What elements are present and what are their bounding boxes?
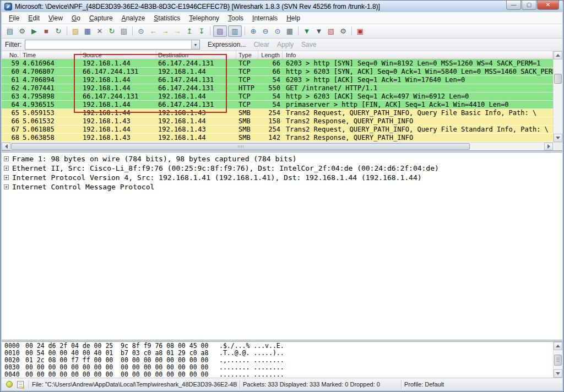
menu-file[interactable]: File — [4, 13, 24, 23]
detail-row[interactable]: + Internet Control Message Protocol — [4, 182, 560, 192]
filter-dropdown-button[interactable]: ▼ — [191, 40, 199, 49]
reload-icon[interactable]: ↻ — [106, 25, 118, 37]
menu-analyze[interactable]: Analyze — [117, 13, 150, 23]
close-file-icon[interactable]: ✕ — [94, 25, 106, 37]
packet-list-vscrollbar[interactable] — [553, 51, 562, 142]
menu-tools[interactable]: Tools — [224, 13, 248, 23]
expert-info-icon[interactable] — [6, 381, 13, 388]
menu-capture[interactable]: Capture — [85, 13, 117, 23]
expression-button[interactable]: Expression... — [208, 41, 246, 48]
expander-icon[interactable]: + — [4, 166, 9, 171]
vscroll-track[interactable] — [554, 59, 562, 134]
packet-destination: 66.147.244.131 — [156, 76, 236, 84]
column-header-info[interactable]: Info — [283, 51, 553, 59]
zoom-in-icon[interactable]: ⊕ — [247, 25, 259, 37]
scroll-down-button[interactable] — [554, 134, 562, 142]
restart-capture-icon[interactable]: ↻ — [52, 25, 64, 37]
hscroll-track[interactable] — [10, 143, 544, 150]
menu-statistics[interactable]: Statistics — [149, 13, 185, 23]
column-header-length[interactable]: Length — [258, 51, 283, 59]
packet-row[interactable]: 65 5.059153 192.168.1.44 192.168.1.43 SM… — [2, 109, 553, 117]
column-header-destination[interactable]: Destination — [156, 51, 236, 59]
column-header-source[interactable]: Source — [81, 51, 156, 59]
menu-view[interactable]: View — [44, 13, 67, 23]
open-file-icon[interactable]: ▨ — [69, 25, 82, 37]
packet-row[interactable]: 59 4.616964 192.168.1.44 66.147.244.131 … — [2, 59, 553, 68]
packet-row[interactable]: 61 4.706894 192.168.1.44 66.147.244.131 … — [2, 76, 553, 84]
packet-source: 66.147.244.131 — [81, 92, 156, 100]
hscroll-thumb[interactable] — [11, 143, 470, 150]
scroll-up-button[interactable] — [554, 342, 562, 350]
go-first-icon[interactable]: ↥ — [183, 25, 196, 37]
zoom-100-icon[interactable]: ⊙ — [272, 25, 284, 37]
list-interfaces-icon[interactable]: ▤ — [4, 25, 16, 37]
start-capture-icon[interactable]: ▶ — [28, 25, 40, 37]
detail-row[interactable]: + Ethernet II, Src: Cisco-Li_8f:f9:76 (0… — [4, 164, 560, 173]
capture-filter-icon[interactable]: ▼ — [301, 25, 313, 37]
hex-vscrollbar[interactable] — [553, 342, 562, 378]
packet-row[interactable]: 66 5.061532 192.168.1.43 192.168.1.44 SM… — [2, 117, 553, 126]
packet-row[interactable]: 60 4.706807 66.147.244.131 192.168.1.44 … — [2, 68, 553, 76]
hex-vscroll-thumb[interactable] — [554, 355, 562, 366]
close-button[interactable]: ✕ — [537, 1, 559, 10]
packet-row[interactable]: 68 5.063858 192.168.1.43 192.168.1.44 SM… — [2, 134, 553, 142]
find-packet-icon[interactable]: ⊙ — [135, 25, 147, 37]
save-button[interactable]: Save — [301, 41, 316, 48]
coloring-rules-icon[interactable]: ▧ — [325, 25, 337, 37]
column-header-no[interactable]: No. — [2, 51, 20, 59]
title-bar[interactable]: Microsoft: \Device\NPF_{48DE3D39-36E2-4B… — [2, 1, 562, 12]
packet-row[interactable]: 62 4.707441 192.168.1.44 66.147.244.131 … — [2, 84, 553, 92]
hex-ascii: ........ ........ — [219, 371, 553, 378]
go-back-icon[interactable]: ← — [147, 25, 159, 37]
column-header-type[interactable]: Type — [236, 51, 258, 59]
packet-row[interactable]: 64 4.936515 192.168.1.44 66.147.244.131 … — [2, 101, 553, 109]
capture-comment-icon[interactable] — [17, 381, 24, 388]
filter-input[interactable] — [25, 40, 191, 49]
menu-help[interactable]: Help — [282, 13, 305, 23]
scroll-left-button[interactable] — [2, 143, 10, 150]
help-icon[interactable]: ▣ — [354, 25, 366, 37]
clear-button[interactable]: Clear — [253, 41, 269, 48]
stop-capture-icon[interactable]: ■ — [40, 25, 52, 37]
menu-internals[interactable]: Internals — [248, 13, 282, 23]
preferences-icon[interactable]: ⚙ — [337, 25, 349, 37]
menu-edit[interactable]: Edit — [24, 13, 44, 23]
colorize-toggle[interactable]: ▤ — [213, 25, 227, 37]
status-profile[interactable]: Profile: Default — [404, 381, 560, 388]
menu-bar: FileEditViewGoCaptureAnalyzeStatisticsTe… — [2, 12, 562, 24]
packet-row[interactable]: 63 4.795898 66.147.244.131 192.168.1.44 … — [2, 92, 553, 101]
packet-row[interactable]: 67 5.061885 192.168.1.44 192.168.1.43 SM… — [2, 126, 553, 134]
zoom-out-icon[interactable]: ⊖ — [259, 25, 272, 37]
capture-options-icon[interactable]: ⚙ — [16, 25, 28, 37]
maximize-button[interactable]: ▢ — [522, 1, 536, 10]
packet-no: 63 — [2, 92, 20, 100]
print-icon[interactable]: ▤ — [118, 25, 130, 37]
wireshark-window: Microsoft: \Device\NPF_{48DE3D39-36E2-4B… — [0, 0, 564, 392]
expander-icon[interactable]: + — [4, 156, 9, 161]
menu-telephony[interactable]: Telephony — [185, 13, 224, 23]
app-icon[interactable] — [4, 3, 12, 10]
apply-button[interactable]: Apply — [277, 41, 294, 48]
scroll-up-button[interactable] — [554, 51, 562, 59]
packet-list-header: No.TimeSourceDestinationTypeLengthInfo — [2, 51, 553, 59]
resize-columns-icon[interactable]: ▦ — [284, 25, 296, 37]
hex-row[interactable]: 0040 00 00 00 00 00 00 00 00 00 00 00 00… — [4, 371, 553, 378]
go-to-packet-icon[interactable]: → — [171, 25, 183, 37]
expander-icon[interactable]: + — [4, 184, 9, 189]
scroll-right-button[interactable] — [544, 143, 553, 150]
expander-icon[interactable]: + — [4, 175, 9, 180]
menu-go[interactable]: Go — [67, 13, 85, 23]
detail-row[interactable]: + Internet Protocol Version 4, Src: 192.… — [4, 173, 560, 182]
scroll-down-button[interactable] — [554, 369, 562, 378]
go-last-icon[interactable]: ↧ — [196, 25, 208, 37]
go-forward-icon[interactable]: → — [159, 25, 171, 37]
packet-list-hscrollbar[interactable] — [2, 142, 562, 150]
column-header-time[interactable]: Time — [20, 51, 81, 59]
vscroll-thumb[interactable] — [554, 74, 562, 84]
minimize-button[interactable]: — — [506, 1, 521, 10]
display-filter-icon[interactable]: ▼ — [313, 25, 325, 37]
save-file-icon[interactable]: ▦ — [82, 25, 94, 37]
hex-vscroll-track[interactable] — [554, 350, 562, 369]
autoscroll-toggle[interactable]: ▥ — [228, 25, 242, 37]
detail-row[interactable]: + Frame 1: 98 bytes on wire (784 bits), … — [4, 154, 560, 164]
